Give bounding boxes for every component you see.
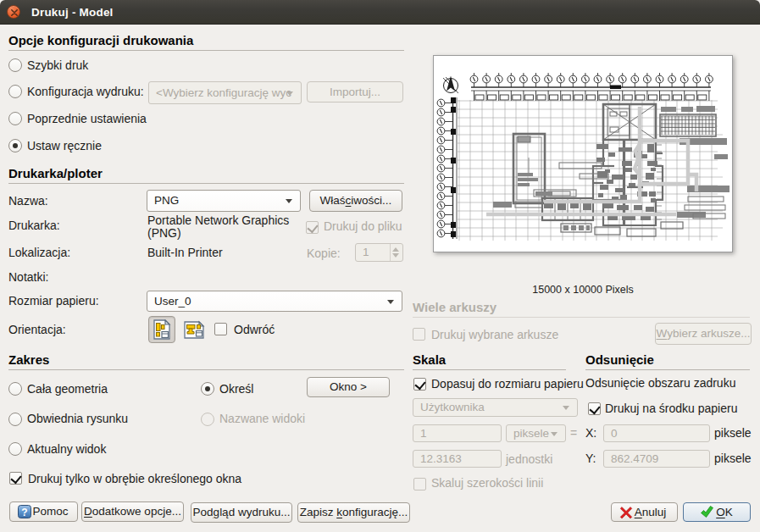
svg-text:?: ? — [21, 507, 27, 518]
